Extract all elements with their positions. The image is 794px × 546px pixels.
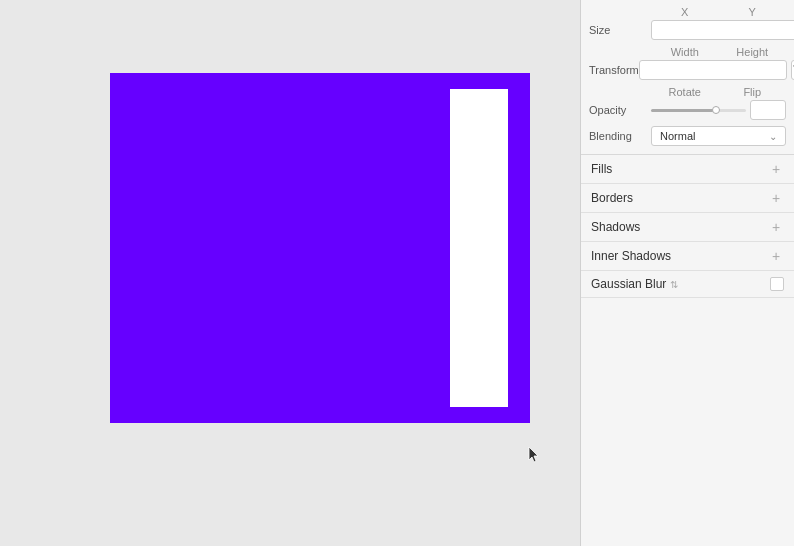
- chevron-down-icon: ⌄: [769, 131, 777, 142]
- shadows-section[interactable]: Shadows +: [581, 213, 794, 242]
- gaussian-blur-label: Gaussian Blur ⇅: [591, 277, 766, 291]
- size-inputs: [651, 20, 794, 40]
- width-col-header: Width: [651, 46, 719, 58]
- opacity-value[interactable]: [750, 100, 786, 120]
- inner-shadows-add-icon[interactable]: +: [768, 248, 784, 264]
- opacity-slider-thumb: [712, 106, 720, 114]
- gaussian-sort-icon[interactable]: ⇅: [670, 279, 678, 290]
- transform-row: Transform: [589, 60, 786, 80]
- xy-col-headers: X Y: [589, 6, 786, 18]
- gaussian-blur-section[interactable]: Gaussian Blur ⇅: [581, 271, 794, 298]
- size-label: Size: [589, 24, 651, 36]
- y-col-header: Y: [719, 6, 787, 18]
- blending-value: Normal: [660, 130, 695, 142]
- transform-label: Transform: [589, 64, 639, 76]
- gaussian-blur-checkbox[interactable]: [770, 277, 784, 291]
- opacity-slider-wrap: [651, 100, 786, 120]
- borders-label: Borders: [591, 191, 768, 205]
- wh-col-headers: Width Height: [589, 46, 786, 58]
- panel-top: X Y Size Width Height Tr: [581, 0, 794, 154]
- size-x-input[interactable]: [651, 20, 794, 40]
- transform-inputs: [639, 60, 794, 80]
- size-row: Size: [589, 20, 786, 40]
- borders-section[interactable]: Borders +: [581, 184, 794, 213]
- canvas-content: [50, 73, 530, 493]
- inner-shadows-section[interactable]: Inner Shadows +: [581, 242, 794, 271]
- flip-header: Flip: [719, 86, 787, 98]
- rotate-header: Rotate: [651, 86, 719, 98]
- fills-add-icon[interactable]: +: [768, 161, 784, 177]
- right-panel: X Y Size Width Height Tr: [580, 0, 794, 546]
- height-col-header: Height: [719, 46, 787, 58]
- white-rectangle[interactable]: [450, 89, 508, 407]
- x-col-header: X: [651, 6, 719, 18]
- shadows-label: Shadows: [591, 220, 768, 234]
- purple-rectangle[interactable]: [110, 73, 530, 423]
- blending-row: Blending Normal ⌄: [589, 126, 786, 146]
- opacity-slider[interactable]: [651, 109, 746, 112]
- canvas-area: [0, 0, 580, 546]
- fills-label: Fills: [591, 162, 768, 176]
- opacity-label: Opacity: [589, 104, 651, 116]
- fills-section[interactable]: Fills +: [581, 155, 794, 184]
- shadows-add-icon[interactable]: +: [768, 219, 784, 235]
- rotate-flip-headers: Rotate Flip: [589, 86, 786, 98]
- blending-label: Blending: [589, 130, 651, 142]
- transform-input[interactable]: [639, 60, 787, 80]
- borders-add-icon[interactable]: +: [768, 190, 784, 206]
- blending-select[interactable]: Normal ⌄: [651, 126, 786, 146]
- inner-shadows-label: Inner Shadows: [591, 249, 768, 263]
- cursor-icon: [528, 446, 540, 464]
- opacity-row: Opacity: [589, 100, 786, 120]
